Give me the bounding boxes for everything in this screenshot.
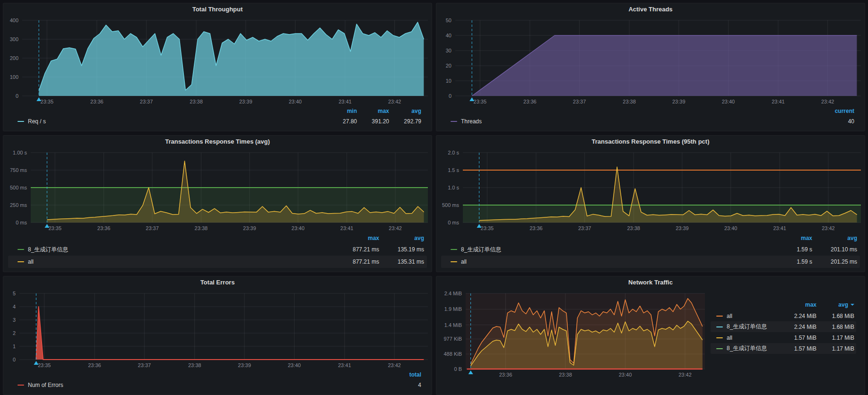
panel-title-active-threads[interactable]: Active Threads	[436, 3, 865, 16]
svg-text:23:42: 23:42	[822, 225, 835, 231]
stat-max: 1.59 s	[767, 258, 812, 265]
legend-col-avg[interactable]: avg	[812, 235, 857, 241]
series-label[interactable]: all	[727, 313, 732, 319]
legend-col-avg[interactable]: avg	[379, 235, 424, 241]
legend-stats-header: total	[17, 370, 421, 379]
legend-stats-header: current	[451, 106, 854, 116]
legend-row: 8_生成订单信息 877.21 ms 135.19 ms	[8, 243, 427, 256]
series-dash-icon	[716, 316, 723, 317]
svg-text:0 B: 0 B	[454, 366, 462, 372]
series-label[interactable]: all	[727, 335, 732, 341]
panel-title-response-times-avg[interactable]: Transactions Response Times (avg)	[3, 136, 432, 148]
svg-text:1.00 s: 1.00 s	[13, 150, 27, 155]
stat-avg: 1.17 MiB	[816, 335, 854, 341]
svg-text:23:37: 23:37	[138, 362, 151, 368]
legend-row: 8_生成订单信息 1.59 s 201.10 ms	[441, 243, 860, 256]
svg-text:23:38: 23:38	[190, 99, 203, 104]
svg-text:23:38: 23:38	[623, 99, 636, 104]
svg-text:977 KiB: 977 KiB	[443, 336, 462, 342]
legend-col-max[interactable]: max	[334, 235, 379, 241]
series-label[interactable]: all	[461, 258, 467, 265]
errors-chart[interactable]: 23:3523:3623:3723:3823:3923:4023:4123:42…	[3, 289, 432, 370]
dashboard-grid: Total Throughput 23:3523:3623:3723:3823:…	[0, 0, 868, 395]
svg-text:23:35: 23:35	[41, 99, 54, 104]
series-dash-icon	[17, 249, 24, 250]
network-legend: max avg all 2.24 MiB 1.68 MiB 8_生成订单信息 2…	[709, 289, 865, 395]
resp-95-chart[interactable]: 23:3523:3623:3723:3823:3923:4023:4123:42…	[436, 148, 865, 233]
legend-col-max[interactable]: max	[767, 235, 812, 241]
svg-text:23:37: 23:37	[578, 225, 591, 231]
stat-avg: 135.31 ms	[379, 258, 424, 265]
svg-text:23:42: 23:42	[821, 99, 834, 104]
panel-title-network-traffic[interactable]: Network Traffic	[436, 276, 865, 289]
series-dash-icon	[716, 348, 723, 349]
throughput-chart-area: 23:3523:3623:3723:3823:3923:4023:4123:42…	[3, 16, 432, 106]
panel-total-throughput: Total Throughput 23:3523:3623:3723:3823:…	[3, 3, 432, 131]
series-label[interactable]: all	[28, 258, 34, 265]
series-label[interactable]: 8_生成订单信息	[727, 323, 767, 331]
svg-text:0: 0	[13, 357, 16, 362]
svg-text:23:36: 23:36	[523, 99, 537, 104]
svg-text:5: 5	[13, 291, 16, 296]
legend-col-avg[interactable]: avg	[389, 108, 421, 114]
svg-text:500 ms: 500 ms	[10, 185, 27, 190]
network-traffic-body: 23:3623:3823:4023:420 B488 KiB977 KiB1.4…	[436, 289, 865, 395]
svg-text:23:42: 23:42	[678, 372, 692, 378]
stat-max: 877.21 ms	[334, 246, 379, 253]
resp-95-chart-area: 23:3523:3623:3723:3823:3923:4023:4123:42…	[436, 148, 865, 233]
svg-text:1.9 MiB: 1.9 MiB	[444, 306, 462, 312]
legend-row: Req / s 27.80 391.20 292.79	[17, 116, 421, 127]
legend-col-avg-sorted[interactable]: avg	[816, 301, 854, 308]
stat-max: 2.24 MiB	[782, 313, 816, 319]
stat-current: 40	[822, 118, 854, 125]
svg-text:30: 30	[446, 48, 451, 53]
svg-text:23:39: 23:39	[239, 99, 252, 104]
svg-text:3: 3	[13, 317, 16, 323]
svg-text:23:40: 23:40	[619, 372, 632, 378]
threads-chart[interactable]: 23:3523:3623:3723:3823:3923:4023:4123:42…	[436, 16, 865, 106]
network-chart[interactable]: 23:3623:3823:4023:420 B488 KiB977 KiB1.4…	[436, 289, 709, 379]
panel-title-response-times-95th[interactable]: Transactions Response Times (95th pct)	[436, 136, 865, 148]
svg-text:2: 2	[13, 330, 16, 336]
legend-row: Num of Errors 4	[17, 379, 421, 391]
panel-title-total-errors[interactable]: Total Errors	[3, 276, 432, 289]
series-label[interactable]: Num of Errors	[28, 382, 63, 388]
legend-col-min[interactable]: min	[325, 108, 357, 114]
svg-text:1.5 s: 1.5 s	[448, 167, 459, 173]
legend-col-total[interactable]: total	[389, 371, 421, 378]
series-label[interactable]: Req / s	[28, 118, 46, 125]
svg-text:23:38: 23:38	[559, 372, 572, 378]
panel-title-total-throughput[interactable]: Total Throughput	[3, 3, 432, 16]
svg-text:0: 0	[449, 93, 451, 99]
svg-text:23:35: 23:35	[481, 225, 494, 231]
svg-text:2.4 MiB: 2.4 MiB	[444, 291, 462, 296]
stat-total: 4	[389, 382, 421, 388]
legend-stats-header: max avg	[711, 299, 856, 310]
svg-text:23:42: 23:42	[388, 99, 401, 104]
throughput-chart[interactable]: 23:3523:3623:3723:3823:3923:4023:4123:42…	[3, 16, 432, 106]
series-dash-icon	[17, 121, 24, 122]
stat-max: 2.24 MiB	[782, 324, 816, 330]
series-dash-icon	[451, 249, 457, 250]
legend-row: all 2.24 MiB 1.68 MiB	[711, 310, 856, 321]
svg-text:400: 400	[10, 17, 18, 23]
svg-text:23:39: 23:39	[676, 225, 689, 231]
series-label[interactable]: Threads	[461, 118, 482, 125]
svg-text:750 ms: 750 ms	[10, 167, 27, 173]
resp-avg-chart[interactable]: 23:3523:3623:3723:3823:3923:4023:4123:42…	[3, 148, 432, 233]
legend-col-max[interactable]: max	[782, 301, 816, 308]
series-label[interactable]: 8_生成订单信息	[28, 246, 68, 254]
chevron-down-icon	[851, 304, 854, 306]
legend-col-max[interactable]: max	[357, 108, 389, 114]
svg-text:23:40: 23:40	[292, 225, 305, 231]
legend-stats-header: min max avg	[17, 106, 421, 116]
series-label[interactable]: 8_生成订单信息	[727, 344, 767, 352]
svg-text:23:40: 23:40	[289, 99, 302, 104]
legend-col-current[interactable]: current	[822, 108, 854, 114]
svg-text:50: 50	[446, 17, 451, 23]
legend-row: Threads 40	[451, 116, 854, 127]
svg-text:100: 100	[10, 74, 18, 80]
series-label[interactable]: 8_生成订单信息	[461, 246, 501, 254]
series-dash-icon	[17, 261, 24, 262]
svg-text:23:42: 23:42	[388, 362, 401, 368]
